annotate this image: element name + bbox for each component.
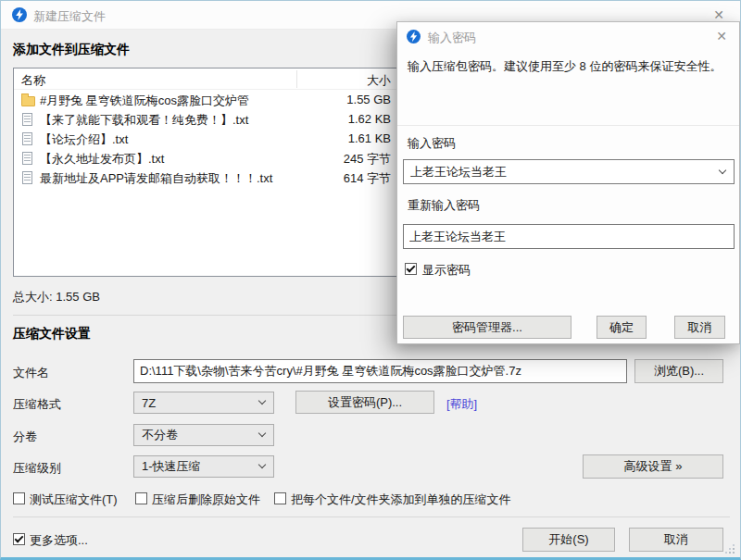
divider — [13, 516, 730, 517]
password-dialog: 输入密码 ✕ 输入压缩包密码。建议使用至少 8 位的密码来保证安全性。 输入密码… — [396, 21, 740, 344]
dialog-title: 输入密码 — [428, 30, 476, 46]
start-button[interactable]: 开始(S) — [522, 528, 615, 552]
file-name: 【论坛介绍】.txt — [40, 131, 128, 148]
delete-original-label[interactable]: 压缩后删除原始文件 — [152, 492, 260, 508]
text-file-icon — [22, 113, 32, 126]
format-value: 7Z — [142, 396, 156, 410]
divider — [397, 125, 739, 126]
file-name: 最新地址及APP请发邮箱自动获取！！！.txt — [40, 170, 272, 187]
confirm-password-label: 重新输入密码 — [408, 197, 480, 214]
window-title: 新建压缩文件 — [33, 8, 106, 25]
dialog-cancel-button[interactable]: 取消 — [674, 316, 725, 339]
text-file-icon — [22, 171, 32, 184]
separate-archives-checkbox[interactable] — [274, 492, 286, 504]
delete-original-checkbox[interactable] — [135, 492, 147, 504]
level-label: 压缩级别 — [13, 460, 61, 477]
file-size: 1.55 GB — [296, 93, 391, 106]
advanced-settings-button[interactable]: 高级设置 » — [583, 454, 723, 479]
cancel-button[interactable]: 取消 — [629, 528, 723, 552]
password-value: 上老王论坛当老王 — [410, 164, 507, 180]
show-password-checkbox[interactable] — [405, 263, 417, 275]
password-combobox[interactable]: 上老王论坛当老王 — [403, 159, 735, 184]
column-header-size[interactable]: 大小 — [296, 72, 391, 89]
more-options-label[interactable]: 更多选项... — [30, 532, 88, 549]
volume-label: 分卷 — [13, 429, 37, 445]
file-size: 1.62 KB — [296, 112, 391, 126]
chevron-down-icon — [719, 166, 726, 173]
file-size: 245 字节 — [296, 151, 391, 168]
chevron-down-icon — [258, 397, 266, 404]
text-file-icon — [22, 152, 32, 165]
separate-archives-label[interactable]: 把每个文件/文件夹添加到单独的压缩文件 — [291, 492, 511, 508]
level-dropdown[interactable]: 1-快速压缩 — [133, 455, 274, 478]
file-name: 【永久地址发布页】.txt — [40, 151, 164, 168]
volume-dropdown[interactable]: 不分卷 — [133, 424, 274, 446]
total-size-label: 总大小: 1.55 GB — [13, 289, 100, 305]
show-password-label[interactable]: 显示密码 — [422, 262, 471, 279]
chevron-down-icon — [258, 461, 266, 468]
text-file-icon — [22, 132, 32, 145]
test-archive-checkbox[interactable] — [13, 492, 25, 504]
file-name: 【来了就能下载和观看！纯免费！】.txt — [40, 112, 248, 129]
format-label: 压缩格式 — [13, 396, 61, 413]
filename-label: 文件名 — [13, 365, 49, 381]
more-options-checkbox[interactable] — [13, 533, 25, 545]
folder-icon — [21, 96, 35, 106]
volume-value: 不分卷 — [142, 427, 178, 443]
chevron-down-icon — [258, 429, 266, 437]
set-password-button[interactable]: 设置密码(P)... — [295, 391, 434, 414]
level-value: 1-快速压缩 — [142, 458, 201, 475]
file-size: 614 字节 — [296, 170, 391, 187]
resize-grip[interactable] — [733, 552, 735, 554]
add-files-heading: 添加文件到压缩文件 — [13, 42, 130, 58]
browse-button[interactable]: 浏览(B)... — [634, 359, 723, 383]
format-dropdown[interactable]: 7Z — [133, 392, 274, 414]
test-archive-label[interactable]: 测试压缩文件(T) — [30, 492, 118, 508]
password-label: 输入密码 — [408, 135, 456, 152]
password-manager-button[interactable]: 密码管理器... — [403, 316, 571, 339]
file-size: 1.61 KB — [296, 131, 391, 145]
filename-input[interactable] — [133, 359, 627, 383]
file-name: #月野兔 星穹铁道阮梅cos露脸口交炉管 — [40, 93, 249, 109]
dialog-description: 输入压缩包密码。建议使用至少 8 位的密码来保证安全性。 — [408, 57, 734, 76]
help-link[interactable]: [帮助] — [446, 396, 477, 413]
close-icon[interactable]: ✕ — [711, 27, 732, 45]
ok-button[interactable]: 确定 — [597, 316, 647, 339]
column-header-name[interactable]: 名称 — [21, 72, 45, 89]
new-archive-window: 新建压缩文件 ✕ 添加文件到压缩文件 名称 大小 #月野兔 星穹铁道阮梅cos露… — [0, 0, 741, 560]
app-bolt-icon — [12, 7, 27, 22]
app-bolt-icon — [407, 30, 421, 44]
archive-settings-heading: 压缩文件设置 — [13, 326, 91, 342]
confirm-password-input[interactable] — [403, 224, 735, 249]
